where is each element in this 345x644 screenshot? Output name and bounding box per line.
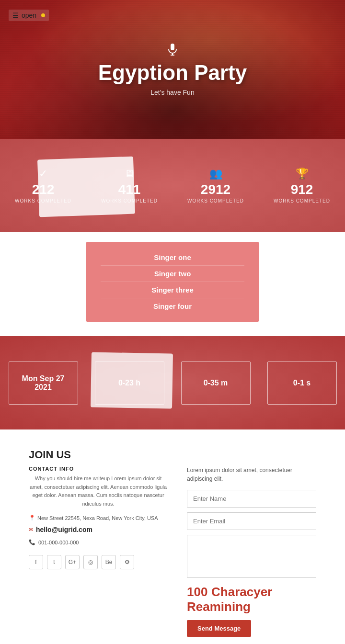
location-icon: 📍 <box>29 515 35 521</box>
nav-dot-indicator <box>41 13 45 17</box>
address-text: New Street 22545, Nexa Road, New York Ci… <box>37 515 158 521</box>
monitor-icon: 🖥 <box>92 168 167 180</box>
countdown-hours: 0-23 h <box>95 362 164 405</box>
svg-rect-0 <box>171 44 174 50</box>
stat-label-1: WORKS COMPLETED <box>6 198 80 203</box>
nav-open-button[interactable]: ☰ open <box>9 10 49 21</box>
nav-open-label: open <box>22 11 36 19</box>
address-line: 📍 New Street 22545, Nexa Road, New York … <box>29 515 168 521</box>
singer-item-4[interactable]: Singer four <box>101 298 244 314</box>
phone-number: 001-000-000-000 <box>38 540 79 545</box>
email-input[interactable] <box>187 512 316 530</box>
hero-title: Egyption Party <box>98 61 247 85</box>
singer-item-3[interactable]: Singer three <box>101 282 244 298</box>
send-button[interactable]: Send Message <box>187 620 251 637</box>
join-content: CONTACT INFO Why you should hire me writ… <box>29 466 316 637</box>
singers-section: Singer one Singer two Singer three Singe… <box>0 232 345 336</box>
countdown-minutes-value: 0-35 m <box>204 379 228 387</box>
form-description: Lorem ipsum dolor sit amet, consectetuer… <box>187 466 316 483</box>
stat-label-3: WORKS COMPLETED <box>179 198 253 203</box>
social-googleplus[interactable]: G+ <box>65 555 80 569</box>
stat-number-1: 212 <box>6 182 80 197</box>
hero-subtitle: Let's have Fun <box>150 89 194 96</box>
email-row: ✉ hello@uigrid.com <box>29 526 168 533</box>
social-github[interactable]: ◎ <box>83 555 98 569</box>
phone-icon: 📞 <box>29 539 35 545</box>
email-icon: ✉ <box>29 527 33 533</box>
join-section: JOIN US CONTACT INFO Why you should hire… <box>0 429 345 644</box>
social-behance[interactable]: Be <box>102 555 116 569</box>
join-title: JOIN US <box>29 449 316 461</box>
contact-form: Lorem ipsum dolor sit amet, consectetuer… <box>187 466 316 637</box>
stat-item-2: 🖥 411 WORKS COMPLETED <box>92 168 167 203</box>
stats-section: ✓ 212 WORKS COMPLETED 🖥 411 WORKS COMPLE… <box>0 139 345 232</box>
countdown-section: Mon Sep 27 2021 0-23 h 0-35 m 0-1 s <box>0 336 345 429</box>
trophy-icon: 🏆 <box>265 168 339 180</box>
stat-item-4: 🏆 912 WORKS COMPLETED <box>265 168 339 203</box>
contact-info-text: Why you should hire me writeup Lorem ips… <box>29 475 168 508</box>
countdown-date: Mon Sep 27 2021 <box>9 362 78 405</box>
stat-item-3: 👥 2912 WORKS COMPLETED <box>179 168 253 203</box>
social-twitter[interactable]: t <box>47 555 61 569</box>
social-bar: f t G+ ◎ Be ⚙ <box>29 555 168 569</box>
checkmark-icon: ✓ <box>6 168 80 180</box>
countdown-date-line2: 2021 <box>34 383 52 392</box>
phone-row: 📞 001-000-000-000 <box>29 539 168 545</box>
char-count: 100 <box>187 585 207 599</box>
message-textarea[interactable] <box>187 535 316 578</box>
stat-number-3: 2912 <box>179 182 253 197</box>
contact-info-title: CONTACT INFO <box>29 466 168 472</box>
countdown-seconds-value: 0-1 s <box>293 379 310 387</box>
stat-label-2: WORKS COMPLETED <box>92 198 167 203</box>
countdown-hours-value: 0-23 h <box>118 379 140 387</box>
social-settings[interactable]: ⚙ <box>120 555 134 569</box>
hero-mic-icon <box>166 43 179 58</box>
stat-item-1: ✓ 212 WORKS COMPLETED <box>6 168 80 203</box>
social-facebook[interactable]: f <box>29 555 43 569</box>
singers-card: Singer one Singer two Singer three Singe… <box>86 242 259 322</box>
countdown-minutes: 0-35 m <box>181 362 251 405</box>
char-remaining: 100 Characyer Reamining <box>187 585 316 614</box>
name-input[interactable] <box>187 490 316 508</box>
singer-item-1[interactable]: Singer one <box>101 249 244 266</box>
group-icon: 👥 <box>179 168 253 180</box>
email-address: hello@uigrid.com <box>36 526 92 533</box>
stat-number-2: 411 <box>92 182 167 197</box>
countdown-date-line1: Mon Sep 27 <box>22 374 65 383</box>
singer-item-2[interactable]: Singer two <box>101 266 244 282</box>
hamburger-icon: ☰ <box>12 11 19 19</box>
countdown-seconds: 0-1 s <box>267 362 337 405</box>
stat-label-4: WORKS COMPLETED <box>265 198 339 203</box>
hero-section: ☰ open Egyption Party Let's have Fun <box>0 0 345 139</box>
stat-number-4: 912 <box>265 182 339 197</box>
contact-info-column: CONTACT INFO Why you should hire me writ… <box>29 466 168 637</box>
